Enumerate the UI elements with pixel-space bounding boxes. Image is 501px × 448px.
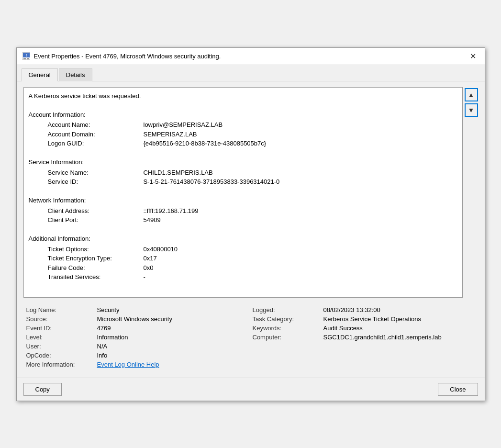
level-label: Level: [26,334,93,341]
service-id-label: Service ID: [48,177,144,187]
failure-code-row: Failure Code: 0x0 [48,263,457,273]
title-bar-left: ! Event Properties - Event 4769, Microso… [22,52,221,60]
logon-guid-row: Logon GUID: {e4b95516-9210-8b38-731e-438… [48,139,457,148]
log-name-label: Log Name: [26,306,93,314]
ticket-options-value: 0x40800010 [144,245,178,254]
copy-button[interactable]: Copy [23,383,62,396]
user-value: N/A [97,343,249,350]
computer-value: SGC1DC1.grandchild1.child1.semperis.lab [323,334,475,341]
client-port-row: Client Port: 54909 [48,215,457,225]
user-label: User: [26,343,93,350]
logged-value: 08/02/2023 13:32:00 [323,306,475,314]
additional-info-header: Additional Information: [29,234,457,244]
account-info-header: Account Information: [29,110,457,120]
log-info-grid: Log Name: Security Logged: 08/02/2023 13… [26,306,475,368]
title-bar: ! Event Properties - Event 4769, Microso… [17,48,485,65]
task-category-label: Task Category: [253,315,320,323]
svg-rect-3 [27,58,29,59]
event-log-online-help-link[interactable]: Event Log Online Help [97,361,159,368]
account-domain-label: Account Domain: [48,130,144,139]
client-port-value: 54909 [144,215,161,225]
failure-code-value: 0x0 [144,263,154,273]
transited-services-label: Transited Services: [48,272,144,282]
account-name-value: lowpriv@SEMPERISAZ.LAB [144,120,223,130]
account-domain-row: Account Domain: SEMPERISAZ.LAB [48,130,457,139]
keywords-value: Audit Success [323,325,475,332]
transited-services-value: - [144,272,145,282]
transited-services-row: Transited Services: - [48,272,457,282]
ticket-options-row: Ticket Options: 0x40800010 [48,245,457,254]
service-id-value: S-1-5-21-761438076-3718953833-3396314021… [144,177,280,187]
service-name-label: Service Name: [48,168,144,178]
source-value: Microsoft Windows security [97,315,249,323]
more-info-label: More Information: [26,361,93,368]
client-port-label: Client Port: [48,215,144,225]
service-name-value: CHILD1.SEMPERIS.LAB [144,168,213,178]
event-id-label: Event ID: [26,325,93,332]
service-id-row: Service ID: S-1-5-21-761438076-371895383… [48,177,457,187]
logon-guid-label: Logon GUID: [48,139,144,148]
service-info-header: Service Information: [29,157,457,167]
scroll-up-button[interactable]: ▲ [465,88,478,101]
tab-general[interactable]: General [22,68,58,81]
event-intro: A Kerberos service ticket was requested. [29,91,457,101]
opcode-value: Info [97,352,249,359]
scroll-up-icon: ▲ [468,91,475,99]
failure-code-label: Failure Code: [48,263,144,273]
window-close-button[interactable]: ✕ [468,50,479,62]
scroll-down-icon: ▼ [468,106,475,114]
level-value: Information [97,334,249,341]
keywords-label: Keywords: [253,325,320,332]
ticket-encryption-label: Ticket Encryption Type: [48,254,144,263]
client-address-row: Client Address: ::ffff:192.168.71.199 [48,206,457,216]
scroll-buttons: ▲ ▼ [465,87,478,298]
logon-guid-value: {e4b95516-9210-8b38-731e-438085505b7c} [144,139,267,148]
ticket-options-label: Ticket Options: [48,245,144,254]
service-name-row: Service Name: CHILD1.SEMPERIS.LAB [48,168,457,178]
close-button[interactable]: Close [438,383,478,396]
account-name-row: Account Name: lowpriv@SEMPERISAZ.LAB [48,120,457,130]
event-detail-area: A Kerberos service ticket was requested.… [23,87,478,298]
log-info-section: Log Name: Security Logged: 08/02/2023 13… [23,302,478,372]
account-info-section: Account Information: Account Name: lowpr… [29,110,457,148]
log-name-value: Security [97,306,249,314]
main-content: A Kerberos service ticket was requested.… [17,81,485,378]
svg-rect-2 [23,58,26,59]
additional-info-section: Additional Information: Ticket Options: … [29,234,457,282]
account-name-label: Account Name: [48,120,144,130]
service-info-section: Service Information: Service Name: CHILD… [29,157,457,187]
network-info-section: Network Information: Client Address: ::f… [29,196,457,225]
client-address-value: ::ffff:192.168.71.199 [144,206,199,216]
computer-label: Computer: [253,334,320,341]
client-address-label: Client Address: [48,206,144,216]
tab-details[interactable]: Details [59,68,92,81]
event-text-box[interactable]: A Kerberos service ticket was requested.… [23,87,463,298]
event-icon: ! [22,52,30,60]
source-label: Source: [26,315,93,323]
task-category-value: Kerberos Service Ticket Operations [323,315,475,323]
account-domain-value: SEMPERISAZ.LAB [144,130,197,139]
window-title: Event Properties - Event 4769, Microsoft… [34,53,221,60]
tabs-bar: General Details [17,65,485,81]
network-info-header: Network Information: [29,196,457,205]
ticket-encryption-value: 0x17 [144,254,157,263]
bottom-bar: Copy Close [17,378,485,401]
svg-text:!: ! [25,53,27,57]
event-properties-dialog: ! Event Properties - Event 4769, Microso… [16,47,485,401]
logged-label: Logged: [253,306,320,314]
event-id-value: 4769 [97,325,249,332]
ticket-encryption-row: Ticket Encryption Type: 0x17 [48,254,457,263]
opcode-label: OpCode: [26,352,93,359]
scroll-down-button[interactable]: ▼ [465,103,478,117]
